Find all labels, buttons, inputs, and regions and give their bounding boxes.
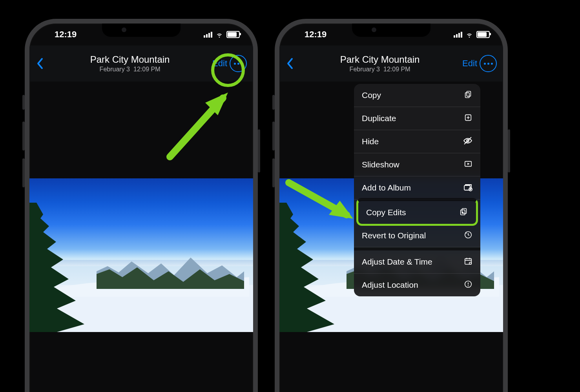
battery-icon [226,31,240,38]
menu-item-label: Adjust Location [362,280,418,290]
menu-item-label: Hide [362,137,379,146]
menu-item-adjust-location[interactable]: Adjust Location [354,274,480,296]
svg-point-27 [468,285,469,286]
volume-down-hw [272,158,275,187]
tree-shape [29,203,88,332]
photo-title: Park City Mountain [51,54,209,65]
back-button[interactable] [279,49,301,78]
svg-rect-20 [465,258,472,264]
add-album-icon [463,183,472,193]
menu-item-label: Adjust Date & Time [362,257,432,267]
menu-item-adjust-date-time[interactable]: Adjust Date & Time [354,247,480,274]
hide-icon [463,136,472,147]
volume-down-hw [22,158,25,187]
menu-item-copy-edits[interactable]: Copy Edits [356,198,478,226]
status-time: 12:19 [55,29,77,40]
calendar-icon [464,257,472,267]
wifi-icon [215,31,223,38]
photo-content[interactable] [29,178,253,332]
menu-item-label: Duplicate [362,114,396,123]
chevron-left-icon [36,58,44,69]
phone-right: 12:19 Park City Mountain February 3 12:0… [275,19,508,392]
svg-rect-2 [467,91,471,96]
wifi-icon [465,31,473,38]
menu-item-label: Copy Edits [366,208,406,217]
phone-left: 12:19 Park City Mountain February 3 12:0… [25,19,258,392]
battery-icon [476,31,490,38]
menu-item-revert-to-original[interactable]: Revert to Original [354,224,480,247]
svg-rect-3 [465,93,469,98]
photo-header: Park City Mountain February 3 12:09 PM E… [279,45,503,82]
cellular-icon [204,32,212,38]
menu-item-duplicate[interactable]: Duplicate [354,107,480,130]
copy-icon [464,90,472,101]
menu-item-hide[interactable]: Hide [354,130,480,153]
photo-date: February 3 [350,66,380,73]
menu-item-copy[interactable]: Copy [354,84,480,107]
menu-item-slideshow[interactable]: Slideshow [354,153,480,176]
svg-marker-10 [467,163,470,165]
chevron-left-icon [286,58,294,69]
menu-item-label: Slideshow [362,160,399,169]
copy-edits-icon [460,207,468,218]
duplicate-icon [464,113,472,124]
photo-time: 12:09 PM [133,66,160,73]
slideshow-icon [464,160,472,170]
power-hw [508,129,510,172]
volume-up-hw [22,122,25,151]
silence-switch [22,95,25,110]
photo-time: 12:09 PM [383,66,410,73]
menu-item-label: Revert to Original [362,231,426,240]
location-icon [464,280,472,290]
silence-switch [272,95,275,110]
menu-item-label: Add to Album [362,183,411,192]
more-button[interactable] [480,55,497,72]
power-hw [258,129,260,172]
photo-date: February 3 [100,66,130,73]
cellular-icon [454,32,462,38]
back-button[interactable] [29,49,51,78]
photo-title: Park City Mountain [301,54,459,65]
menu-item-label: Copy [362,91,381,100]
status-bar: 12:19 [279,24,503,45]
svg-point-24 [469,262,472,264]
volume-up-hw [272,122,275,151]
status-bar: 12:19 [29,24,253,45]
status-time: 12:19 [305,29,326,40]
menu-item-add-to-album[interactable]: Add to Album [354,176,480,200]
revert-icon [464,230,472,241]
edit-button[interactable]: Edit [459,58,480,69]
annotation-arrow-left [158,82,241,165]
annotation-arrow-right [282,176,364,227]
more-context-menu: CopyDuplicateHideSlideshowAdd to AlbumCo… [354,84,480,296]
